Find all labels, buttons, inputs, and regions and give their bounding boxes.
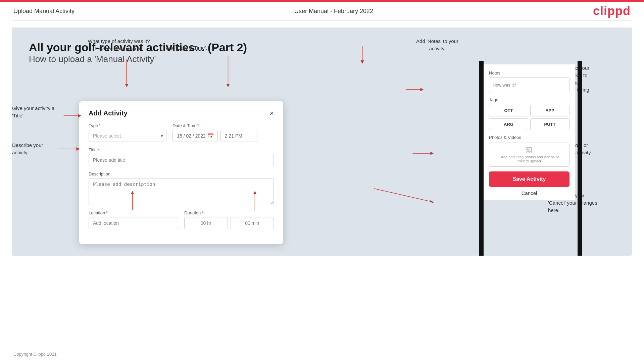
photos-section-label: Photos & Videos: [489, 135, 569, 140]
logo: clippd: [593, 4, 631, 18]
tags-section-label: Tags: [489, 97, 569, 102]
location-label: Location*: [89, 210, 178, 215]
annotation-activity-type: What type of activity was it?Lesson, Chi…: [85, 38, 152, 52]
svg-marker-3: [227, 84, 230, 87]
page-title-left: Upload Manual Activity: [13, 8, 75, 15]
photos-drop-zone[interactable]: 🖼 Drag and Drop photos and videos orclic…: [489, 143, 569, 167]
annotation-date-time: Add 'Date & Time'.: [156, 44, 217, 52]
main-content: All your golf-relevant activities... (Pa…: [12, 28, 632, 256]
page-title-center: User Manual - February 2022: [294, 8, 373, 15]
svg-marker-1: [125, 84, 129, 87]
svg-marker-17: [431, 152, 434, 155]
copyright: Copyright Clippd 2021: [13, 352, 57, 357]
title-input[interactable]: [89, 154, 274, 166]
duration-min-input[interactable]: [231, 217, 274, 229]
tag-putt[interactable]: PUTT: [530, 118, 569, 130]
tag-ott[interactable]: OTT: [489, 105, 528, 116]
svg-line-18: [374, 189, 433, 202]
image-icon: 🖼: [526, 146, 533, 154]
type-label: Type*: [89, 123, 166, 128]
save-activity-button[interactable]: Save Activity: [489, 171, 569, 187]
photos-drop-text: Drag and Drop photos and videos orclick …: [499, 155, 559, 163]
date-input[interactable]: 15 / 02 / 2022 📅: [172, 130, 218, 142]
time-input[interactable]: [220, 130, 257, 142]
phone-left-border: [479, 61, 484, 256]
phone-panel: Notes Tags OTT APP ARG PUTT Photos & Vid…: [484, 64, 575, 200]
tag-arg[interactable]: ARG: [489, 118, 528, 130]
notes-input[interactable]: [489, 77, 569, 92]
annotation-description: Describe youractivity.: [12, 142, 62, 156]
heading-subtitle: How to upload a 'Manual Activity': [29, 54, 615, 64]
description-label: Description: [89, 171, 274, 176]
annotation-notes: Add 'Notes' to youractivity.: [404, 38, 471, 52]
location-input[interactable]: [89, 217, 178, 229]
add-activity-dialog: Add Activity × Type* Please select ▾ Dat…: [79, 101, 283, 244]
phone-right-border: [578, 61, 582, 256]
title-field-label: Title*: [89, 147, 274, 152]
tag-app[interactable]: APP: [530, 105, 569, 116]
date-time-label: Date & Time*: [172, 123, 274, 128]
duration-label: Duration*: [184, 210, 274, 215]
annotation-title: Give your activity a'Title'.: [12, 105, 66, 119]
svg-marker-15: [420, 88, 424, 91]
type-select[interactable]: Please select: [89, 130, 166, 142]
cancel-button[interactable]: Cancel: [522, 190, 537, 196]
close-button[interactable]: ×: [269, 110, 274, 117]
notes-section-label: Notes: [489, 70, 569, 75]
tags-grid: OTT APP ARG PUTT: [489, 105, 569, 130]
svg-marker-19: [430, 200, 434, 203]
dialog-title: Add Activity: [89, 109, 128, 117]
calendar-icon: 📅: [208, 133, 213, 139]
duration-hr-input[interactable]: [184, 217, 228, 229]
description-input[interactable]: [89, 178, 274, 205]
